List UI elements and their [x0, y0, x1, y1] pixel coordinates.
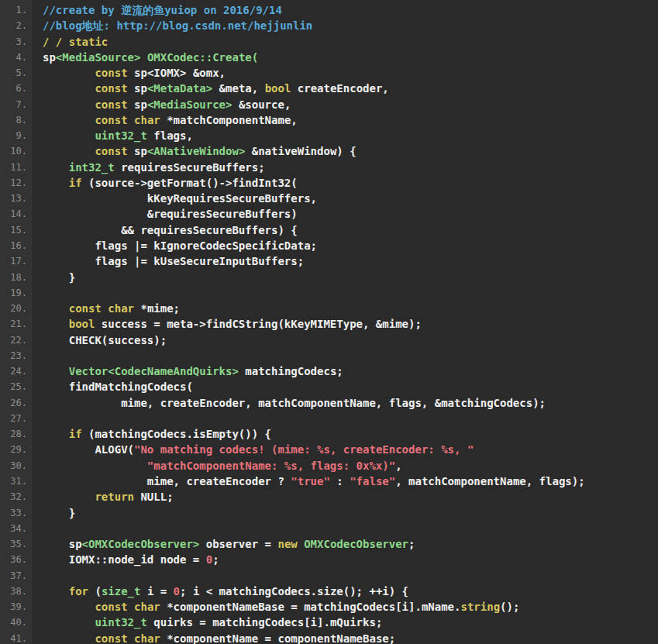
code-line: mime, createEncoder, matchComponentName,… [43, 395, 658, 411]
code-token-plain: sp [43, 51, 56, 64]
code-token-plain [43, 365, 69, 377]
code-token-plain: (matchingCodecs.isEmpty()) { [82, 428, 271, 440]
code-token-plain: ; i < matchingCodecs.size(); ++i) { [180, 585, 408, 598]
code-token-plain: observer = [199, 538, 277, 550]
code-token-plain: kKeyRequiresSecureBuffers, [43, 192, 317, 205]
code-token-plain: sp [128, 98, 147, 111]
code-line: ALOGV("No matching codecs! (mime: %s, cr… [43, 442, 658, 457]
code-line: if (matchingCodecs.isEmpty()) { [43, 426, 658, 442]
code-token-keyword: bool [265, 82, 291, 95]
code-line: const char *matchComponentName, [43, 112, 658, 128]
line-number: 30. [0, 458, 27, 474]
code-token-plain [128, 632, 134, 644]
code-token-plain: && requiresSecureBuffers) { [43, 224, 298, 236]
code-line: bool success = meta->findCString(kKeyMIM… [43, 316, 658, 332]
line-number: 37. [0, 568, 27, 584]
code-token-plain: , matchComponentName, flags); [395, 475, 584, 487]
line-number: 40. [0, 615, 27, 630]
code-line: IOMX::node_id node = 0; [43, 552, 658, 567]
code-token-plain [43, 67, 95, 79]
code-line: //create by 逆流的鱼yuiop on 2016/9/14 [43, 2, 658, 18]
line-number: 10. [0, 143, 27, 159]
code-area[interactable]: //create by 逆流的鱼yuiop on 2016/9/14//blog… [33, 0, 658, 644]
code-line [43, 568, 658, 584]
code-token-plain: sp [128, 145, 147, 157]
code-token-plain [43, 98, 95, 111]
code-token-plain: &requiresSecureBuffers) [43, 208, 298, 220]
line-number: 39. [0, 599, 27, 615]
code-token-string: "No matching codecs! (mime: %s, createEn… [134, 443, 474, 456]
code-line [43, 521, 658, 536]
code-token-plain: } [43, 507, 75, 519]
code-token-plain: *componentName = componentNameBase; [160, 632, 395, 644]
code-line: const sp<IOMX> &omx, [43, 65, 658, 81]
code-token-keyword: for [69, 585, 88, 598]
code-token-comment: //blog地址: http://blog.csdn.net/hejjunlin [43, 19, 312, 32]
code-token-keyword: / / static [43, 36, 108, 48]
code-line: int32_t requiresSecureBuffers; [43, 160, 658, 175]
code-line: CHECK(success); [43, 332, 658, 348]
line-number: 15. [0, 222, 27, 238]
line-number: 5. [0, 65, 27, 81]
code-token-plain: CHECK(success); [43, 334, 167, 346]
line-number: 19. [0, 285, 27, 301]
code-token-plain: ; [408, 538, 415, 550]
line-number: 9. [0, 128, 27, 143]
line-number: 27. [0, 411, 27, 426]
code-token-plain: requiresSecureBuffers; [115, 161, 265, 174]
line-number: 22. [0, 332, 27, 348]
line-number: 16. [0, 238, 27, 253]
code-token-type: Vector<CodecNameAndQuirks> [69, 365, 239, 377]
code-token-plain [43, 129, 95, 142]
code-token-type: uint32_t [95, 129, 146, 142]
code-line: const char *componentName = componentNam… [43, 631, 658, 644]
code-token-plain [43, 601, 95, 613]
code-token-plain: , [395, 460, 401, 472]
code-token-plain: createEncoder, [291, 82, 388, 95]
line-number: 20. [0, 301, 27, 316]
code-token-keyword: const [95, 632, 127, 644]
code-line: const sp<ANativeWindow> &nativeWindow) { [43, 143, 658, 159]
code-line: //blog地址: http://blog.csdn.net/hejjunlin [43, 18, 658, 33]
code-token-plain [128, 601, 134, 613]
line-number: 8. [0, 112, 27, 128]
code-token-comment: //create by 逆流的鱼yuiop on 2016/9/14 [43, 4, 282, 16]
code-token-plain: i = [140, 585, 173, 598]
code-token-keyword: const [95, 114, 127, 126]
code-line: sp<MediaSource> OMXCodec::Create( [43, 50, 658, 65]
code-line: return NULL; [43, 489, 658, 505]
code-line: const sp<MetaData> &meta, bool createEnc… [43, 81, 658, 96]
code-editor: 1.2.3.4.5.6.7.8.9.10.11.12.13.14.15.16.1… [0, 0, 658, 644]
code-token-plain [43, 428, 69, 440]
code-token-type: <MediaSource> [147, 98, 233, 111]
line-number: 33. [0, 505, 27, 521]
line-number: 32. [0, 489, 27, 505]
code-line [43, 348, 658, 363]
code-token-plain [43, 491, 95, 503]
line-number: 1. [0, 2, 27, 18]
code-token-plain: quirks = matchingCodecs[i].mQuirks; [147, 616, 382, 629]
line-number: 24. [0, 363, 27, 379]
code-token-plain: &nativeWindow) { [245, 145, 356, 157]
line-number: 41. [0, 631, 27, 644]
code-line: / / static [43, 34, 658, 50]
code-line: "matchComponentName: %s, flags: 0x%x)", [43, 458, 658, 474]
code-token-plain: (source->getFormat()->findInt32( [82, 177, 298, 189]
line-number: 23. [0, 348, 27, 363]
code-token-type: size_t [102, 585, 141, 598]
code-line: const sp<MediaSource> &source, [43, 97, 658, 112]
code-token-type: OMXCodec::Create( [147, 51, 258, 64]
line-number: 6. [0, 81, 27, 96]
line-number: 2. [0, 18, 27, 33]
code-token-plain: sp<IOMX> &omx, [128, 67, 226, 79]
code-line: uint32_t quirks = matchingCodecs[i].mQui… [43, 615, 658, 630]
code-token-plain [43, 177, 69, 189]
code-token-type: <MetaData> [147, 82, 212, 95]
code-line: if (source->getFormat()->findInt32( [43, 175, 658, 191]
code-token-plain: IOMX::node_id node = [43, 553, 206, 566]
code-token-plain: &meta, [212, 82, 264, 95]
code-token-plain: &source, [232, 98, 291, 111]
code-token-plain: : [330, 475, 350, 487]
code-token-type: uint32_t [95, 616, 146, 629]
code-token-type: <ANativeWindow> [147, 145, 245, 157]
